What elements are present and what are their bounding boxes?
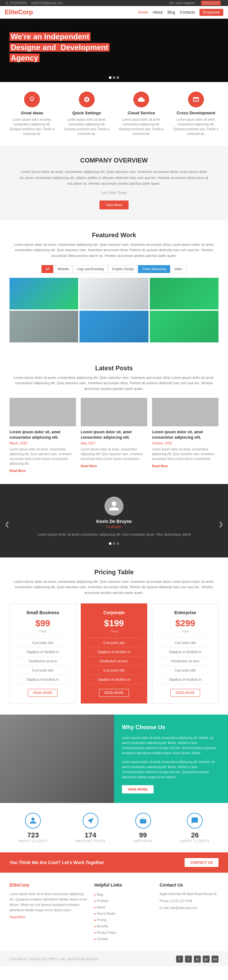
footer-phone: Phone: (213) 127-0199 — [159, 898, 218, 904]
testimonial-prev[interactable]: ❮ — [5, 521, 10, 528]
stat-label-3: PARTNERS — [133, 839, 153, 843]
plan-button-2[interactable]: READ MORE — [99, 689, 129, 697]
nav-blog[interactable]: Blog — [167, 10, 175, 14]
filter-tabs: All Website Logo and Branding Graphic De… — [10, 265, 218, 273]
footer-link-blog-a[interactable]: Blog — [94, 893, 103, 896]
feature-title-4: Cross Development — [172, 111, 220, 115]
social-googleplus[interactable]: g+ — [202, 956, 210, 963]
testimonial-dot-2[interactable] — [113, 542, 115, 545]
plan-period-2: /Year — [86, 629, 142, 633]
pricing-title: Pricing Table — [10, 568, 218, 576]
post-item-2: Lorem ipsum dolor sit, amet consectetur … — [81, 398, 147, 473]
footer-link-portfolio: Portfolio — [94, 898, 153, 904]
cta-button[interactable]: CONTACT US — [185, 858, 218, 867]
get-quote-button[interactable]: Get Quote — [201, 1, 221, 5]
feature-desc-1: Lorem ipsum dolor sit amet, consectetur … — [8, 117, 56, 136]
cloud-service-icon — [133, 92, 149, 107]
happy-clients-icon — [25, 813, 41, 829]
post-image-2 — [81, 398, 147, 426]
footer-link-privacy: Privacy Policy — [94, 929, 153, 935]
stat-amazing-tours: 174 AMAZING TOURS — [75, 813, 106, 843]
footer-link-how-a[interactable]: How it Works — [94, 912, 116, 915]
testimonial-dot-1[interactable] — [109, 542, 112, 545]
tagline-link[interactable]: let's work together — [169, 1, 195, 5]
testimonial-role: Footballer — [10, 525, 218, 529]
hero-dot-3[interactable] — [116, 76, 119, 79]
footer-link-portfolio-a[interactable]: Portfolio — [94, 899, 108, 903]
social-rss[interactable]: rss — [212, 956, 218, 963]
latest-posts-title: Latest Posts — [10, 364, 218, 372]
plan-feature-2-3: Vestibulum at arcu — [86, 657, 142, 666]
feature-desc-4: Lorem ipsum dolor sit amet, consectetur … — [172, 117, 220, 136]
post-title-2: Lorem ipsum dolor sit, amet consectetur … — [81, 430, 147, 440]
testimonial-dot-3[interactable] — [116, 542, 119, 545]
portfolio-item-4[interactable] — [10, 311, 78, 342]
features-section: Great Ideas Lorem ipsum dolor sit amet, … — [0, 82, 228, 146]
why-choose-button[interactable]: VIEW MORE — [122, 785, 153, 794]
filter-all[interactable]: All — [41, 265, 53, 273]
nav-dropdown[interactable]: Dropdown — [199, 9, 223, 16]
testimonial-dots — [10, 542, 218, 545]
logo-accent: Corp — [18, 8, 33, 16]
footer-link-pricing-a[interactable]: Pricing — [94, 918, 107, 922]
happy-clients-2-icon — [187, 813, 202, 829]
filter-video[interactable]: Video — [170, 265, 186, 273]
portfolio-item-1[interactable] — [10, 278, 78, 309]
filter-graphic[interactable]: Graphic Design — [108, 265, 138, 273]
plan-feature-1-1: Cue justo utio — [14, 638, 71, 648]
post-readmore-3[interactable]: Read More — [152, 465, 168, 468]
post-readmore-2[interactable]: Read More — [81, 465, 97, 468]
navigation: EliteCorp Home About Blog Contacts Dropd… — [0, 6, 228, 19]
feature-desc-3: Lorem ipsum dolor sit amet, consectetur … — [117, 117, 166, 136]
feature-great-ideas: Great Ideas Lorem ipsum dolor sit amet, … — [5, 92, 59, 136]
footer-helpful-links: Helpful Links Blog Portfolio About How i… — [94, 883, 153, 942]
nav-home[interactable]: Home — [138, 10, 148, 14]
plan-feature-1-5: Dapibus et facilisis in — [14, 675, 71, 684]
filter-logo[interactable]: Logo and Branding — [73, 265, 108, 273]
filter-website[interactable]: Website — [53, 265, 73, 273]
social-facebook[interactable]: f — [176, 956, 183, 963]
plan-button-3[interactable]: READ MORE — [171, 689, 201, 697]
footer-link-privacy-a[interactable]: Privacy Policy — [94, 931, 116, 934]
portfolio-item-6[interactable] — [150, 311, 218, 342]
company-overview-desc: Lorem ipsum dolor sit amet, consectetur … — [19, 169, 209, 186]
top-bar-right: let's work together Get Quote — [167, 1, 223, 5]
footer-link-about-a[interactable]: About — [94, 905, 105, 909]
plan-button-1[interactable]: READ MORE — [28, 689, 58, 697]
post-title-1: Lorem ipsum dolor sit, amet consectetur … — [10, 430, 76, 440]
social-linkedin[interactable]: in — [194, 956, 201, 963]
portfolio-item-2[interactable] — [80, 278, 148, 309]
footer-link-contact: Contact — [94, 935, 153, 942]
plan-feature-2-2: Dapibus et facilisis in — [86, 648, 142, 657]
footer-link-contact-a[interactable]: Contact — [94, 937, 108, 941]
footer-link-benefits-a[interactable]: Benefits — [94, 924, 108, 928]
why-choose-section: Why Choose Us Lorem ipsum dolor sit amet… — [0, 714, 228, 803]
plan-feature-2-5: Dapibus et facilisis in — [86, 675, 142, 684]
stat-count-4: 26 — [180, 831, 210, 839]
nav-contacts[interactable]: Contacts — [180, 10, 195, 14]
post-date-2: May, 2017 — [81, 442, 147, 445]
feature-title-3: Cloud Service — [117, 111, 166, 115]
footer-link-pricing: Pricing — [94, 916, 153, 923]
testimonial-next[interactable]: ❯ — [218, 521, 223, 528]
portfolio-item-5[interactable] — [80, 311, 148, 342]
hero-content: We're an Independent Designe and Develop… — [10, 31, 218, 64]
portfolio-item-3[interactable] — [150, 278, 218, 309]
view-more-button[interactable]: View More — [99, 200, 129, 209]
hero-dot-1[interactable] — [109, 76, 112, 79]
phone-link[interactable]: +1 (253)596451 — [5, 1, 27, 5]
amazing-tours-icon — [83, 813, 99, 829]
email-link[interactable]: mail22155@gmail.com — [31, 1, 63, 5]
nav-about[interactable]: About — [153, 10, 163, 14]
cta-banner: You Think We Are Cool? Let's Work Togeth… — [0, 852, 228, 873]
post-excerpt-1: Lorem ipsum dolor sit amet, consectetur … — [10, 447, 76, 466]
partners-icon — [135, 813, 151, 829]
filter-marketing[interactable]: Online Marketing — [138, 265, 171, 273]
hero-dot-2[interactable] — [113, 76, 115, 79]
plan-name-1: Small Business — [14, 610, 71, 615]
footer-links-list: Blog Portfolio About How it Works Pricin… — [94, 891, 153, 942]
post-readmore-1[interactable]: Read More — [10, 469, 26, 473]
footer-read-more[interactable]: Read More — [10, 915, 25, 919]
portfolio-grid — [10, 278, 218, 342]
social-twitter[interactable]: t — [185, 956, 192, 963]
